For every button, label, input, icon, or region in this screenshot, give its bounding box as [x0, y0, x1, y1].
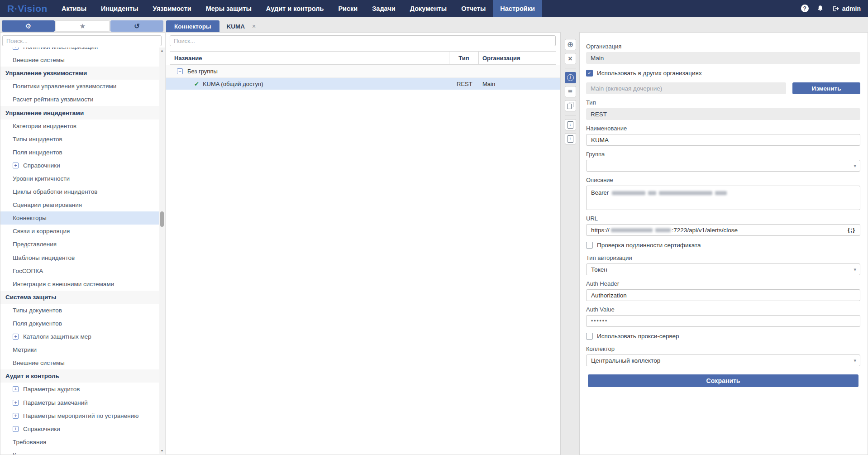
sidebar-item[interactable]: Шаблоны инцидентов — [0, 251, 159, 264]
tab-history[interactable] — [110, 20, 163, 32]
list-search-input[interactable] — [170, 35, 556, 46]
help-icon[interactable] — [801, 5, 809, 12]
import-button[interactable] — [565, 133, 576, 144]
sidebar-item[interactable]: Сценарии реагирования — [0, 198, 159, 211]
sidebar-item[interactable]: Расчет рейтинга уязвимости — [0, 93, 159, 106]
tab-kuma[interactable]: KUMA — [219, 20, 263, 32]
collector-select[interactable]: Центральный коллектор — [586, 354, 860, 366]
sidebar-item[interactable]: Параметры мероприятий по устранению — [0, 409, 159, 422]
column-name[interactable]: Название — [170, 52, 449, 64]
logout-icon[interactable] — [832, 5, 839, 12]
sidebar-item-label: Связи и корреляция — [13, 228, 70, 235]
sidebar-item[interactable]: Уровни критичности — [0, 172, 159, 185]
notifications-bell-icon[interactable] — [816, 5, 824, 13]
auth-type-select[interactable]: Токен — [586, 263, 860, 275]
column-organization[interactable]: Организация — [479, 55, 556, 62]
sidebar-section-header[interactable]: Управление инцидентами — [0, 106, 159, 119]
nav-item-Настройки[interactable]: Настройки — [493, 0, 542, 17]
sidebar-item[interactable]: Справочники — [0, 422, 159, 436]
sidebar-item[interactable]: Поля инцидентов — [0, 146, 159, 159]
delete-button[interactable] — [565, 53, 576, 64]
nav-item-Меры защиты[interactable]: Меры защиты — [199, 0, 259, 17]
nav-item-Уязвимости[interactable]: Уязвимости — [146, 0, 199, 17]
expand-plus-icon[interactable] — [13, 48, 19, 50]
sidebar-item[interactable]: Циклы обработки инцидентов — [0, 185, 159, 198]
sidebar-item[interactable]: Интеграция с внешними системами — [0, 278, 159, 291]
expand-plus-icon[interactable] — [13, 413, 19, 419]
group-row[interactable]: Без группы — [166, 65, 560, 78]
certificate-checkbox[interactable] — [586, 242, 593, 249]
name-field[interactable]: KUMA — [586, 134, 860, 146]
sidebar-scrollbar[interactable]: ▲ ▼ — [159, 48, 165, 454]
sidebar-item[interactable]: Типы документов — [0, 304, 159, 317]
template-variables-icon[interactable]: {;} — [848, 227, 855, 233]
expand-plus-icon[interactable] — [13, 163, 19, 168]
scroll-up-icon[interactable]: ▲ — [159, 49, 165, 52]
url-field[interactable]: https:// :7223/api/v1/alerts/close {;} — [586, 224, 860, 236]
sidebar-section-header[interactable]: Управление уязвимостями — [0, 67, 159, 80]
list-view-button[interactable] — [565, 86, 576, 97]
sidebar-item[interactable]: К — [0, 449, 159, 455]
export-button[interactable] — [565, 119, 576, 130]
share-checkbox[interactable] — [586, 70, 593, 77]
sidebar-item-label: Циклы обработки инцидентов — [13, 188, 97, 195]
change-button[interactable]: Изменить — [792, 82, 860, 94]
settings-sidebar: Политики инвентаризацииВнешние системыУп… — [0, 32, 165, 455]
auth-header-field[interactable]: Authorization — [586, 289, 860, 301]
nav-item-Аудит и контроль[interactable]: Аудит и контроль — [259, 0, 331, 17]
save-button[interactable]: Сохранить — [588, 374, 858, 387]
sidebar-search-input[interactable] — [2, 35, 162, 46]
group-select[interactable] — [586, 160, 860, 172]
nav-item-Документы[interactable]: Документы — [403, 0, 454, 17]
tab-favorites[interactable] — [56, 20, 110, 32]
sidebar-item[interactable]: Связи и корреляция — [0, 225, 159, 238]
proxy-checkbox[interactable] — [586, 333, 593, 340]
tab-close-icon[interactable] — [252, 23, 256, 30]
user-menu[interactable]: admin — [832, 5, 861, 12]
nav-item-Отчеты[interactable]: Отчеты — [454, 0, 493, 17]
expand-plus-icon[interactable] — [13, 386, 19, 392]
nav-item-Задачи[interactable]: Задачи — [365, 0, 402, 17]
scroll-down-icon[interactable]: ▼ — [159, 449, 165, 452]
scrollbar-thumb[interactable] — [160, 211, 164, 227]
sidebar-item[interactable]: Внешние системы — [0, 356, 159, 369]
sidebar-item[interactable]: Поля документов — [0, 317, 159, 330]
proxy-checkbox-row[interactable]: Использовать прокси-сервер — [586, 333, 860, 340]
sidebar-item[interactable]: Каталоги защитных мер — [0, 330, 159, 343]
info-button[interactable] — [565, 72, 576, 83]
nav-item-Риски[interactable]: Риски — [331, 0, 365, 17]
sidebar-item[interactable]: Политики инвентаризации — [0, 48, 159, 53]
expand-plus-icon[interactable] — [13, 426, 19, 432]
sidebar-item[interactable]: Представления — [0, 238, 159, 251]
certificate-checkbox-row[interactable]: Проверка подлинности сертификата — [586, 242, 860, 249]
sidebar-item[interactable]: Политики управления уязвимостями — [0, 80, 159, 93]
description-field[interactable]: Bearer — [586, 186, 860, 210]
table-row[interactable]: KUMA (общий доступ) REST Main — [166, 78, 560, 90]
add-button[interactable] — [565, 39, 576, 50]
sidebar-item[interactable]: ГосСОПКА — [0, 264, 159, 278]
sidebar-section-header[interactable]: Аудит и контроль — [0, 369, 159, 383]
copy-button[interactable] — [565, 100, 576, 111]
tab-connectors[interactable]: Коннекторы — [166, 20, 219, 32]
group-label: Группа — [586, 151, 860, 158]
auth-value-field[interactable]: •••••• — [586, 315, 860, 327]
nav-item-Инциденты[interactable]: Инциденты — [94, 0, 146, 17]
sidebar-item[interactable]: Категории инцидентов — [0, 120, 159, 133]
sidebar-section-header[interactable]: Система защиты — [0, 291, 159, 304]
sidebar-item[interactable]: Справочники — [0, 159, 159, 172]
sidebar-item[interactable]: Внешние системы — [0, 53, 159, 67]
sidebar-item[interactable]: Коннекторы — [0, 211, 159, 225]
collapse-icon[interactable] — [177, 68, 183, 74]
sidebar-item[interactable]: Требования — [0, 436, 159, 449]
tab-settings-gear[interactable] — [2, 20, 55, 32]
expand-plus-icon[interactable] — [13, 400, 19, 406]
sidebar-item[interactable]: Параметры замечаний — [0, 396, 159, 409]
column-type[interactable]: Тип — [449, 52, 479, 64]
sidebar-item[interactable]: Параметры аудитов — [0, 383, 159, 396]
expand-plus-icon[interactable] — [13, 334, 19, 340]
sidebar-item-label: Шаблоны инцидентов — [13, 254, 75, 261]
share-checkbox-row[interactable]: Использовать в других организациях — [586, 70, 860, 77]
sidebar-item[interactable]: Метрики — [0, 343, 159, 356]
sidebar-item[interactable]: Типы инцидентов — [0, 133, 159, 146]
nav-item-Активы[interactable]: Активы — [54, 0, 94, 17]
